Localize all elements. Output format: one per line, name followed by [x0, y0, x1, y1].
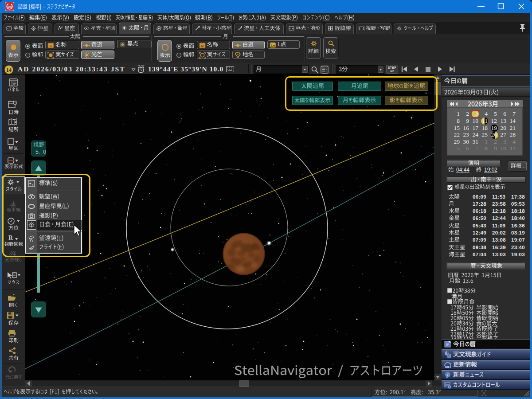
- svg-text:SN: SN: [8, 5, 12, 8]
- svg-text:NOW: NOW: [138, 64, 145, 67]
- svg-text:14: 14: [6, 67, 12, 73]
- svg-text:S: S: [50, 44, 52, 47]
- svg-text:M: M: [201, 44, 204, 47]
- svg-text:Ln: Ln: [271, 43, 275, 47]
